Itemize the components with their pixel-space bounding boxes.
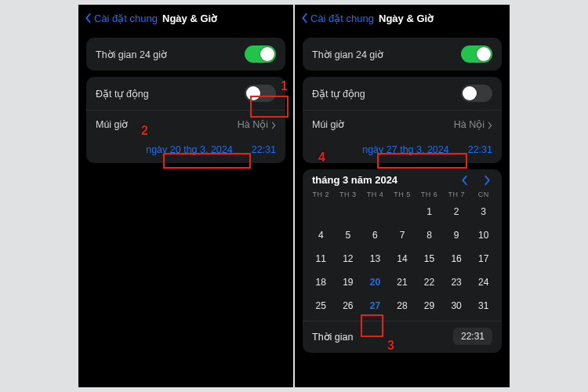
day-cell[interactable]: 24 [470,270,497,294]
back-label: Cài đặt chung [94,13,158,24]
chevron-left-icon [85,13,93,24]
day-cell[interactable]: 18 [307,270,335,294]
day-cell[interactable]: 10 [470,223,497,247]
row-timezone[interactable]: Múi giờ Hà Nội [86,110,285,138]
day-cell[interactable]: 23 [443,270,470,294]
dow-cell: TH 7 [443,191,470,198]
row-timezone[interactable]: Múi giờ Hà Nội [303,110,502,138]
calendar-header: tháng 3 năm 2024 [303,169,502,187]
dow-cell: TH 6 [416,191,443,198]
day-cell[interactable]: 6 [361,223,389,247]
day-cell[interactable]: 31 [470,294,497,318]
prev-month-button[interactable] [459,175,470,186]
next-month-button[interactable] [481,175,492,186]
day-cell[interactable]: 19 [335,270,362,294]
value-timezone: Hà Nội [238,118,268,130]
toggle-auto[interactable] [245,85,276,102]
day-cell[interactable]: 15 [416,247,443,270]
day-cell[interactable]: 27 [361,294,389,318]
nav-bar: Cài đặt chung Ngày & Giờ [78,5,293,31]
date-link[interactable]: ngày 27 thg 3, 2024 [362,144,449,155]
day-cell[interactable]: 29 [416,294,443,318]
day-cell[interactable]: 21 [389,270,416,294]
day-cell[interactable]: 26 [335,294,362,318]
label-auto: Đặt tự động [312,88,365,100]
day-cell[interactable]: 16 [443,247,470,270]
day-cell[interactable]: 8 [416,223,443,247]
label-auto: Đặt tự động [96,88,149,100]
group-24h: Thời gian 24 giờ [303,38,502,71]
phone-left: Cài đặt chung Ngày & Giờ Thời gian 24 gi… [78,5,293,387]
row-date[interactable]: ngày 27 thg 3, 2024 22:31 [303,138,502,163]
day-cell[interactable]: 11 [307,247,335,270]
label-24h: Thời gian 24 giờ [312,49,383,60]
label-24h: Thời gian 24 giờ [96,49,167,60]
nav-bar: Cài đặt chung Ngày & Giờ [295,5,510,31]
chevron-left-icon [301,13,309,24]
toggle-auto[interactable] [461,85,492,102]
toggle-24h[interactable] [245,45,276,63]
day-cell[interactable]: 12 [335,247,362,270]
time-label: Thời gian [312,331,353,343]
time-link[interactable]: 22:31 [468,144,492,155]
group-calendar: tháng 3 năm 2024 TH 2TH 3TH 4TH 5TH 6TH … [303,169,502,353]
day-cell[interactable]: 28 [389,294,416,318]
calendar-dow: TH 2TH 3TH 4TH 5TH 6TH 7CN [303,187,502,200]
day-cell[interactable]: 4 [307,223,335,247]
group-24h: Thời gian 24 giờ [86,38,285,71]
day-cell[interactable]: 3 [470,200,497,223]
day-blank [335,200,362,223]
day-cell[interactable]: 30 [443,294,470,318]
day-cell[interactable]: 20 [361,270,389,294]
time-link[interactable]: 22:31 [252,144,276,155]
row-date[interactable]: ngày 20 thg 3, 2024 22:31 [86,138,285,163]
label-timezone: Múi giờ [96,118,128,130]
calendar-time-row[interactable]: Thời gian 22:31 [303,321,502,353]
day-cell[interactable]: 5 [335,223,362,247]
day-cell[interactable]: 7 [389,223,416,247]
chevron-right-icon [488,121,492,129]
day-cell[interactable]: 13 [361,247,389,270]
calendar-days: 1234567891011121314151617181920212223242… [303,200,502,321]
phone-right: Cài đặt chung Ngày & Giờ Thời gian 24 gi… [295,5,510,387]
row-24h[interactable]: Thời gian 24 giờ [86,38,285,71]
date-link[interactable]: ngày 20 thg 3, 2024 [146,144,233,155]
day-blank [389,200,416,223]
day-blank [361,200,389,223]
group-datetime: Đặt tự động Múi giờ Hà Nội ngày 20 [86,77,285,163]
chevron-right-icon [271,121,276,129]
page-title: Ngày & Giờ [162,13,217,24]
row-24h[interactable]: Thời gian 24 giờ [303,38,502,71]
month-label[interactable]: tháng 3 năm 2024 [312,174,397,186]
day-cell[interactable]: 9 [443,223,470,247]
day-cell[interactable]: 2 [443,200,470,223]
group-datetime: Đặt tự động Múi giờ Hà Nội ngày 27 [303,77,502,163]
value-timezone: Hà Nội [454,118,485,130]
day-blank [307,200,335,223]
page-title: Ngày & Giờ [379,13,434,24]
label-timezone: Múi giờ [312,118,344,130]
toggle-24h[interactable] [461,45,492,63]
back-button[interactable]: Cài đặt chung [85,13,158,24]
dow-cell: CN [470,191,497,198]
day-cell[interactable]: 17 [470,247,497,270]
day-cell[interactable]: 1 [416,200,443,223]
back-button[interactable]: Cài đặt chung [301,13,374,24]
time-chip[interactable]: 22:31 [453,328,492,345]
dow-cell: TH 2 [307,191,335,198]
day-cell[interactable]: 25 [307,294,335,318]
back-label: Cài đặt chung [310,13,374,24]
row-auto[interactable]: Đặt tự động [303,77,502,110]
dow-cell: TH 3 [335,191,362,198]
dow-cell: TH 4 [361,191,389,198]
dow-cell: TH 5 [389,191,416,198]
day-cell[interactable]: 22 [416,270,443,294]
row-auto[interactable]: Đặt tự động [86,77,285,110]
day-cell[interactable]: 14 [389,247,416,270]
